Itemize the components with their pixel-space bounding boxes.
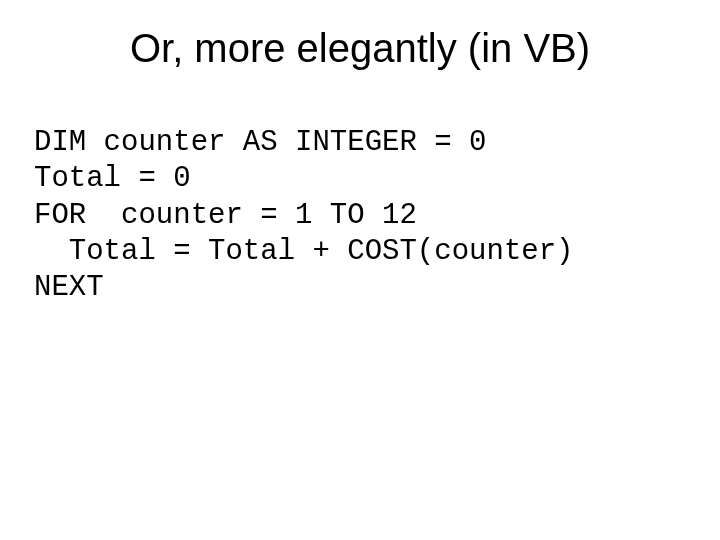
slide-title: Or, more elegantly (in VB)	[0, 0, 720, 71]
code-line: DIM counter AS INTEGER = 0	[34, 126, 486, 159]
code-line: Total = Total + COST(counter)	[34, 235, 574, 268]
code-block: DIM counter AS INTEGER = 0 Total = 0 FOR…	[34, 125, 574, 306]
code-line: Total = 0	[34, 162, 191, 195]
code-line: NEXT	[34, 271, 104, 304]
code-line: FOR counter = 1 TO 12	[34, 199, 417, 232]
slide: Or, more elegantly (in VB) DIM counter A…	[0, 0, 720, 540]
